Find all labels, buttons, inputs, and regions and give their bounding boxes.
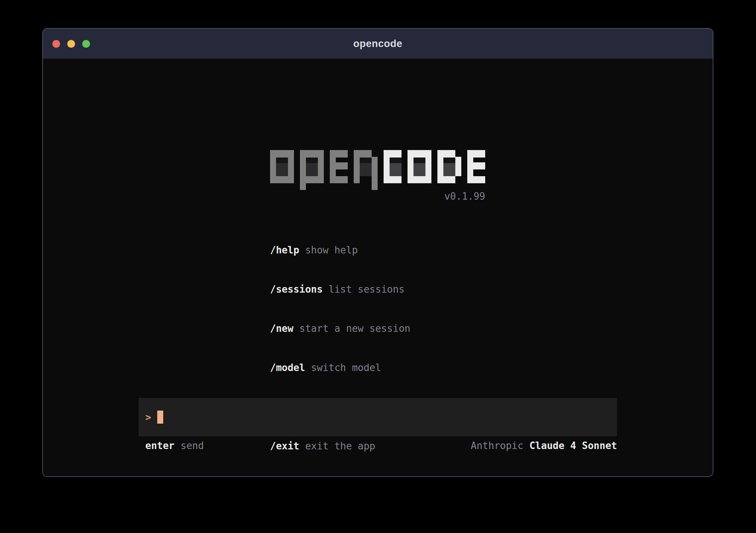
logo-pixel (390, 158, 402, 163)
logo-pixel (467, 176, 485, 183)
window-title: opencode (353, 38, 403, 50)
logo-pixel (306, 158, 318, 163)
command-desc: list sessions (329, 284, 405, 295)
command-name: /model (270, 362, 305, 373)
logo-pixel (360, 158, 372, 163)
close-button[interactable] (52, 40, 60, 48)
command-help-row: /help show help (270, 244, 410, 257)
logo-pixel (390, 163, 402, 176)
logo-pixel (413, 163, 425, 176)
prompt-input[interactable]: > (139, 398, 617, 436)
logo-pixel (288, 150, 294, 183)
command-help-list: /help show help /sessions list sessions … (270, 218, 410, 477)
opencode-window: opencode v0.1.99 /help show help /sessio… (42, 28, 713, 477)
command-help-row: /sessions list sessions (270, 283, 410, 296)
logo-pixel (336, 162, 348, 169)
status-bar: enter send Anthropic Claude 4 Sonnet (139, 440, 617, 451)
minimize-button[interactable] (67, 40, 75, 48)
logo-pixel (330, 176, 348, 183)
keybind-hint: enter send (145, 440, 204, 451)
logo-pixel (413, 158, 425, 163)
logo-pixel (443, 163, 455, 176)
keybind-key: enter (145, 440, 174, 451)
logo-pixel (276, 158, 288, 163)
text-cursor (157, 411, 163, 424)
logo-pixel (318, 150, 324, 183)
keybind-action: send (180, 440, 204, 451)
model-name: Claude 4 Sonnet (529, 440, 617, 451)
command-name: /help (270, 244, 299, 256)
logo-pixel (372, 157, 378, 190)
prompt-chevron: > (145, 412, 151, 423)
terminal-content: v0.1.99 /help show help /sessions list s… (43, 59, 713, 476)
logo-pixel (354, 150, 360, 183)
command-help-row: /new start a new session (270, 322, 410, 335)
command-name: /sessions (270, 284, 323, 295)
command-desc: switch model (311, 362, 381, 373)
logo-pixel (425, 150, 431, 183)
traffic-lights (52, 29, 90, 59)
logo-pixel (455, 157, 461, 176)
command-name: /new (270, 323, 294, 334)
model-indicator: Anthropic Claude 4 Sonnet (471, 440, 617, 451)
opencode-logo (270, 150, 485, 190)
logo-pixel (443, 158, 455, 163)
command-desc: show help (305, 244, 358, 256)
titlebar: opencode (43, 29, 713, 59)
command-help-row: /model switch model (270, 361, 410, 374)
logo-pixel (300, 150, 306, 190)
logo-pixel (384, 176, 402, 183)
logo-pixel (276, 163, 288, 176)
logo-pixel (437, 176, 455, 183)
zoom-button[interactable] (82, 40, 90, 48)
model-provider: Anthropic (471, 440, 523, 451)
version-label: v0.1.99 (270, 191, 485, 202)
logo-pixel (270, 150, 276, 183)
logo-pixel (360, 163, 372, 176)
logo-pixel (473, 162, 485, 169)
command-desc: start a new session (299, 323, 410, 334)
logo-pixel (306, 163, 318, 176)
logo-pixel (408, 150, 413, 183)
